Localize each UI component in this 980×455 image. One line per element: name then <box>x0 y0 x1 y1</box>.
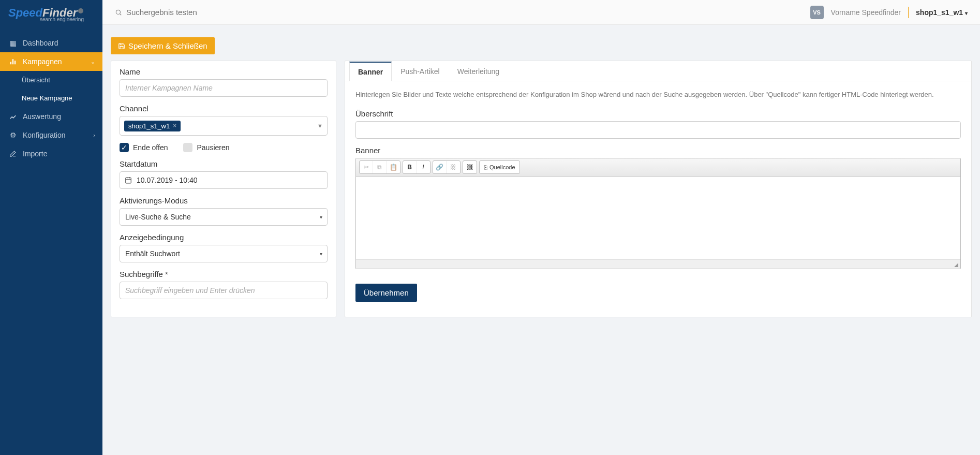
aktivierungs-label: Aktivierungs-Modus <box>120 196 328 205</box>
banner-label: Banner <box>355 146 961 155</box>
suchbegriffe-input[interactable] <box>120 282 328 299</box>
calendar-icon <box>125 177 132 184</box>
close-icon[interactable]: × <box>173 122 176 129</box>
cut-icon[interactable]: ✂ <box>360 161 373 173</box>
rich-text-editor: ✂ ⧉ 📋 B I 🔗 ⛓ <box>355 158 961 269</box>
tab-weiterleitung[interactable]: Weiterleitung <box>449 62 508 81</box>
nav-dashboard[interactable]: ▦ Dashboard <box>0 34 102 52</box>
edit-icon <box>8 150 18 157</box>
name-input[interactable] <box>120 79 328 97</box>
campaign-form-panel: Name Channel shop1_s1_w1 × ▼ ✓ Ende offe… <box>111 61 336 317</box>
apply-button[interactable]: Übernehmen <box>355 284 417 302</box>
channel-label: Channel <box>120 104 328 113</box>
svg-point-0 <box>116 10 120 14</box>
chevron-down-icon: ⌄ <box>91 58 95 65</box>
search-icon <box>115 9 122 16</box>
anzeige-select[interactable]: Enthält Suchwort <box>120 245 328 262</box>
checkbox-checked-icon: ✓ <box>120 143 129 152</box>
pausieren-checkbox[interactable]: Pausieren <box>183 143 229 152</box>
image-icon[interactable]: 🖼 <box>463 161 477 173</box>
italic-icon[interactable]: I <box>417 161 430 173</box>
code-icon: ⎘ <box>484 164 487 170</box>
suchbegriffe-label: Suchbegriffe * <box>120 270 328 278</box>
nav-auswertung[interactable]: Auswertung <box>0 107 102 126</box>
search-input[interactable] <box>126 8 281 17</box>
chart-icon <box>8 113 18 120</box>
workspace-dropdown[interactable]: shop1_s1_w1 ▾ <box>916 8 968 17</box>
chevron-down-icon: ▼ <box>317 123 323 129</box>
chevron-right-icon: › <box>93 132 95 138</box>
svg-rect-1 <box>126 178 131 183</box>
startdatum-label: Startdatum <box>120 159 328 168</box>
nav-konfiguration[interactable]: ⚙ Konfiguration › <box>0 126 102 144</box>
tab-push-artikel[interactable]: Push-Artikel <box>392 62 448 81</box>
name-label: Name <box>120 67 328 76</box>
editor-textarea[interactable] <box>356 177 960 259</box>
nav-kampagnen-neue[interactable]: Neue Kampagne <box>0 89 102 107</box>
dashboard-icon <box>8 58 18 65</box>
user-name: Vorname Speedfinder <box>831 8 901 17</box>
startdatum-input[interactable] <box>120 171 328 189</box>
channel-select[interactable]: shop1_s1_w1 × ▼ <box>120 116 328 136</box>
ueberschrift-label: Überschrift <box>355 109 961 118</box>
save-close-button[interactable]: Speichern & Schließen <box>111 37 215 54</box>
link-icon[interactable]: 🔗 <box>433 161 447 173</box>
ende-offen-checkbox[interactable]: ✓ Ende offen <box>120 143 168 152</box>
checkbox-unchecked-icon <box>183 143 192 152</box>
grid-icon: ▦ <box>8 39 18 47</box>
copy-icon[interactable]: ⧉ <box>373 161 387 173</box>
brand-logo: SpeedFinder search engineering <box>0 0 102 28</box>
channel-chip[interactable]: shop1_s1_w1 × <box>124 121 181 131</box>
topbar: VS Vorname Speedfinder shop1_s1_w1 ▾ <box>102 0 980 25</box>
ueberschrift-input[interactable] <box>355 121 961 139</box>
save-icon <box>118 42 125 50</box>
chevron-down-icon: ▾ <box>965 10 968 16</box>
content-panel: Banner Push-Artikel Weiterleitung Hinter… <box>345 61 972 317</box>
gear-icon: ⚙ <box>8 131 18 139</box>
sidebar: SpeedFinder search engineering ▦ Dashboa… <box>0 0 102 330</box>
paste-icon[interactable]: 📋 <box>387 161 400 173</box>
resize-handle[interactable] <box>356 259 960 269</box>
tab-banner[interactable]: Banner <box>349 62 392 81</box>
nav-kampagnen[interactable]: Kampagnen ⌄ <box>0 52 102 71</box>
avatar[interactable]: VS <box>810 6 824 19</box>
help-text: Hinterlegen Sie Bilder und Texte welche … <box>355 90 961 100</box>
nav-kampagnen-uebersicht[interactable]: Übersicht <box>0 71 102 89</box>
anzeige-label: Anzeigebedingung <box>120 233 328 242</box>
aktivierungs-select[interactable]: Live-Suche & Suche <box>120 208 328 226</box>
nav-importe[interactable]: Importe <box>0 144 102 163</box>
unlink-icon[interactable]: ⛓ <box>447 161 460 173</box>
source-button[interactable]: ⎘ Quellcode <box>480 161 519 173</box>
bold-icon[interactable]: B <box>403 161 417 173</box>
